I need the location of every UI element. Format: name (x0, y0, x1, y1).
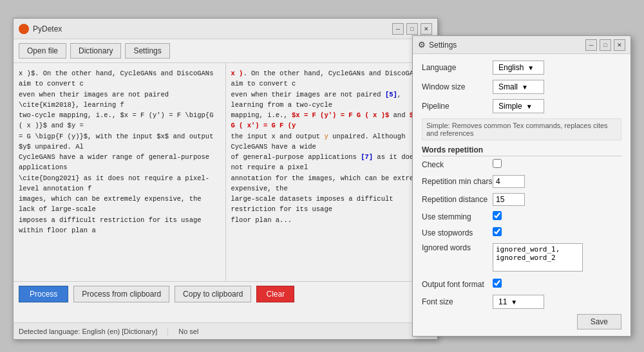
repetition-distance-input[interactable] (493, 193, 525, 206)
settings-body: Language English ▼ Window size Small ▼ P… (413, 54, 630, 336)
check-row: Check (422, 159, 621, 170)
use-stemming-row: Use stemming (422, 211, 621, 222)
window-size-dropdown-arrow: ▼ (522, 84, 528, 91)
window-size-label: Window size (422, 82, 493, 91)
settings-button[interactable]: Settings (125, 43, 169, 59)
settings-title-bar: ⚙ Settings ─ □ ✕ (413, 36, 630, 54)
font-size-label: Font size (422, 297, 493, 306)
check-control (493, 159, 621, 170)
clear-button[interactable]: Clear (256, 286, 294, 302)
pipeline-dropdown-arrow: ▼ (526, 103, 533, 110)
font-size-dropdown[interactable]: 11 ▼ (493, 295, 544, 309)
check-checkbox[interactable] (493, 159, 502, 168)
repetition-min-chars-control (493, 175, 621, 188)
bottom-bar: Process Process from clipboard Copy to c… (14, 282, 437, 306)
right-pane-content: x ). On the other hand, CycleGANs and Di… (231, 68, 433, 225)
save-button[interactable]: Save (577, 314, 621, 329)
output-font-format-label: Output font format (422, 280, 493, 289)
left-pane-content: x )$. On the other hand, CycleGANs and D… (19, 68, 220, 236)
main-window-title: PyDetex (33, 24, 62, 33)
main-title-bar: PyDetex ─ □ ✕ (14, 19, 437, 39)
settings-title-left: ⚙ Settings (418, 40, 457, 50)
selection-status: No sel (178, 328, 209, 335)
title-controls: ─ □ ✕ (392, 23, 432, 35)
use-stopwords-label: Use stopwords (422, 228, 493, 237)
repetition-distance-row: Repetition distance (422, 193, 621, 206)
output-font-format-checkbox[interactable] (493, 279, 502, 288)
repetition-min-chars-input[interactable] (493, 175, 525, 188)
pipeline-value: Simple (498, 102, 522, 111)
font-size-control: 11 ▼ (493, 295, 621, 309)
window-size-control: Small ▼ (493, 80, 621, 94)
pipeline-dropdown[interactable]: Simple ▼ (493, 99, 544, 113)
copy-clipboard-button[interactable]: Copy to clipboard (175, 286, 251, 302)
use-stemming-control (493, 211, 621, 222)
repetition-min-chars-row: Repetition min chars (422, 175, 621, 188)
words-repetition-header: Words repetition (422, 145, 621, 156)
minimize-button[interactable]: ─ (392, 23, 404, 35)
ignored-words-textarea[interactable]: ignored_word_1, ignored_word_2 (493, 243, 583, 272)
process-button[interactable]: Process (19, 286, 68, 302)
window-size-dropdown[interactable]: Small ▼ (493, 80, 544, 94)
pipeline-label: Pipeline (422, 102, 493, 111)
settings-minimize-button[interactable]: ─ (585, 39, 597, 51)
settings-title: Settings (429, 41, 457, 50)
repetition-min-chars-label: Repetition min chars (422, 177, 493, 186)
process-clipboard-button[interactable]: Process from clipboard (73, 286, 169, 302)
font-size-dropdown-arrow: ▼ (511, 299, 517, 306)
left-text-pane[interactable]: x )$. On the other hand, CycleGANs and D… (14, 63, 226, 281)
dictionary-button[interactable]: Dictionary (70, 43, 121, 59)
pipeline-note: Simple: Removes common Tex commands, rep… (422, 118, 621, 140)
settings-title-controls: ─ □ ✕ (585, 39, 625, 51)
settings-maximize-button[interactable]: □ (600, 39, 611, 51)
check-label: Check (422, 160, 493, 169)
app-icon (19, 24, 29, 34)
use-stopwords-checkbox[interactable] (493, 227, 502, 236)
use-stopwords-control (493, 227, 621, 238)
language-control: English ▼ (493, 60, 621, 75)
language-row: Language English ▼ (422, 60, 621, 75)
status-bar: Detected language: English (en) [Diction… (14, 322, 437, 339)
ignored-words-row: Ignored words ignored_word_1, ignored_wo… (422, 243, 621, 273)
text-area-container: x )$. On the other hand, CycleGANs and D… (14, 63, 437, 282)
use-stemming-label: Use stemming (422, 212, 493, 221)
window-size-value: Small (498, 82, 518, 91)
use-stopwords-row: Use stopwords (422, 227, 621, 238)
language-label: Language (422, 63, 493, 72)
gear-icon: ⚙ (418, 40, 426, 50)
pipeline-row: Pipeline Simple ▼ (422, 99, 621, 113)
font-size-row: Font size 11 ▼ (422, 295, 621, 309)
save-row: Save (422, 314, 621, 329)
language-value: English (498, 63, 524, 72)
language-status: Detected language: English (en) [Diction… (19, 328, 168, 335)
font-size-value: 11 (498, 297, 507, 306)
output-font-format-row: Output font format (422, 279, 621, 290)
language-dropdown[interactable]: English ▼ (493, 60, 544, 75)
ignored-words-label: Ignored words (422, 243, 493, 252)
output-font-format-control (493, 279, 621, 290)
settings-window: ⚙ Settings ─ □ ✕ Language English ▼ Wind… (412, 35, 631, 337)
maximize-button[interactable]: □ (406, 23, 418, 35)
main-window: PyDetex ─ □ ✕ Open file Dictionary Setti… (13, 18, 438, 340)
window-size-row: Window size Small ▼ (422, 80, 621, 94)
repetition-distance-control (493, 193, 621, 206)
language-dropdown-arrow: ▼ (527, 64, 534, 71)
main-toolbar: Open file Dictionary Settings (14, 39, 437, 63)
use-stemming-checkbox[interactable] (493, 211, 502, 220)
open-file-button[interactable]: Open file (19, 43, 66, 59)
repetition-distance-label: Repetition distance (422, 195, 493, 204)
ignored-words-control: ignored_word_1, ignored_word_2 (493, 243, 621, 273)
pipeline-control: Simple ▼ (493, 99, 621, 113)
right-text-pane[interactable]: x ). On the other hand, CycleGANs and Di… (226, 63, 438, 281)
title-bar-left: PyDetex (19, 24, 62, 34)
close-button[interactable]: ✕ (421, 23, 432, 35)
settings-close-button[interactable]: ✕ (614, 39, 625, 51)
